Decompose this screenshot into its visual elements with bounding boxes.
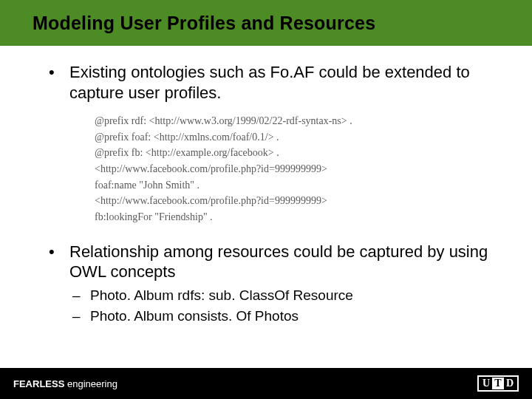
footer-bold: FEARLESS <box>13 378 64 389</box>
bullet-text-1: Existing ontologies such as Fo.AF could … <box>69 63 470 102</box>
sub-bullet-1: Photo. Album rdfs: sub. ClassOf Resource <box>69 287 502 304</box>
content-area: Existing ontologies such as Fo.AF could … <box>44 62 502 330</box>
code-line: @prefix fb: <http://example.org/facebook… <box>95 145 502 161</box>
code-line: fb:lookingFor "Friendship" . <box>95 209 502 225</box>
slide-title: Modeling User Profiles and Resources <box>0 13 375 34</box>
code-line: <http://www.facebook.com/profile.php?id=… <box>95 161 502 177</box>
logo-letter-t: T <box>492 378 504 389</box>
code-line: foaf:name "John Smith" . <box>95 177 502 194</box>
footer-band: FEARLESS engineering U T D <box>0 368 532 399</box>
bullet-list: Relationship among resources could be ca… <box>44 242 502 325</box>
bullet-item-2: Relationship among resources could be ca… <box>44 242 502 325</box>
logo-letter-u: U <box>480 378 492 389</box>
footer-rest: engineering <box>64 378 117 389</box>
code-line: @prefix rdf: <http://www.w3.org/1999/02/… <box>95 113 502 129</box>
utd-logo: U T D <box>477 375 519 392</box>
code-line: @prefix foaf: <http://xmlns.com/foaf/0.1… <box>95 129 502 146</box>
slide: Modeling User Profiles and Resources Exi… <box>0 0 532 399</box>
code-line: <http://www.facebook.com/profile.php?id=… <box>95 193 502 209</box>
logo-letter-d: D <box>504 378 516 389</box>
sub-bullet-2: Photo. Album consists. Of Photos <box>69 307 502 325</box>
code-block: @prefix rdf: <http://www.w3.org/1999/02/… <box>95 113 502 225</box>
bullet-list: Existing ontologies such as Fo.AF could … <box>44 62 502 103</box>
footer-text: FEARLESS engineering <box>13 378 117 389</box>
title-band: Modeling User Profiles and Resources <box>0 0 532 46</box>
bullet-text-2: Relationship among resources could be ca… <box>69 242 488 282</box>
bullet-item-1: Existing ontologies such as Fo.AF could … <box>44 62 502 103</box>
sub-bullet-list: Photo. Album rdfs: sub. ClassOf Resource… <box>69 287 502 325</box>
